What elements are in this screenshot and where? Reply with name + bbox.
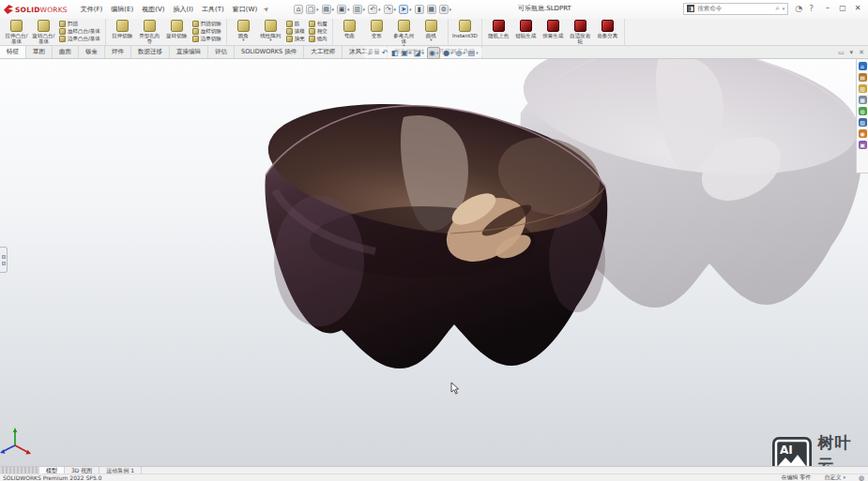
solidworks-resources-icon[interactable]: ⌂ [859,62,867,70]
appearances-scenes-icon[interactable]: ◍ [859,107,867,115]
ribbon-small-button[interactable]: 放样凸台/基体 [59,28,100,35]
ribbon-button[interactable]: 变形 [364,20,389,38]
ribbon-small-button[interactable]: 抽壳 [286,36,305,42]
tab-特征[interactable]: 特征 [0,46,26,58]
search-input[interactable] [697,5,772,12]
apply-scene-button[interactable]: ◍▾ [455,48,464,58]
updates-icon[interactable]: ▣ [859,141,867,149]
file-properties-button[interactable]: ▦ [427,5,436,14]
menu-item-2[interactable]: 视图(V) [142,5,164,14]
ribbon-button[interactable]: 参考几何体▾ [391,20,417,48]
ribbon-button[interactable]: 曲线▾ [419,20,444,42]
undo-button[interactable]: ↶▾ [368,5,381,14]
ribbon-small-button[interactable]: 扫描 [59,21,100,27]
tab-直接编辑[interactable]: 直接编辑 [170,46,208,58]
ribbon-small-button[interactable]: 相交 [309,28,327,35]
model-tab-3D 视图[interactable]: 3D 视图 [65,467,99,473]
view-orientation-dropdown-icon[interactable]: ▾ [409,51,411,55]
close-icon[interactable]: ✕ [859,47,864,58]
tab-大工程师[interactable]: 大工程师 [304,46,343,58]
welcome-button[interactable]: ⌂ [294,5,303,14]
rebuild-button[interactable]: ▮ [415,5,424,14]
tab-焊件[interactable]: 焊件 [105,46,131,58]
save-dropdown-icon[interactable]: ▾ [347,7,350,12]
hide-show-items-dropdown-icon[interactable]: ▾ [436,51,438,55]
minimize-button[interactable]: – [820,2,835,15]
close-button[interactable]: ✕ [850,2,865,15]
redo-button[interactable]: ↷▾ [384,5,397,14]
pin-icon[interactable]: ▾ [850,47,854,58]
tab-splitter-handle[interactable] [0,467,39,473]
ribbon-button[interactable]: 旋转切除 [164,20,190,38]
login-icon[interactable]: ◔ [795,4,802,13]
ribbon-small-button[interactable]: 边界凸台/基体 [59,36,100,42]
search-dropdown-icon[interactable]: ▾ [783,6,785,11]
search-icon[interactable]: ⌕ [775,4,779,13]
view-palette-icon[interactable]: ▦ [859,96,867,104]
tab-草图[interactable]: 草图 [26,46,53,58]
view-orientation-button[interactable]: ▣▾ [401,48,411,58]
featuremanager-collapsed-tab[interactable] [0,247,8,273]
status-custom-dropdown[interactable]: 自定义▾ [824,473,845,481]
ribbon-small-button[interactable]: 放样切除 [192,28,221,35]
ribbon-small-button[interactable]: 拔模 [286,28,305,35]
menu-item-0[interactable]: 文件(F) [81,5,103,14]
ribbon-button[interactable]: 齿条分离 [595,20,620,38]
ribbon-button[interactable]: 链轮生成 [513,20,539,38]
ribbon-button[interactable]: 随机上色 [486,20,511,38]
display-style-dropdown-icon[interactable]: ▾ [422,51,424,55]
print-dropdown-icon[interactable]: ▾ [363,7,366,12]
maximize-button[interactable]: ▢ [835,2,850,15]
edit-appearance-button[interactable]: ●▾ [443,48,452,58]
ribbon-button[interactable]: 旋转凸台/基体 [31,20,56,44]
save-button[interactable]: ▣▾ [337,5,350,14]
ribbon-button[interactable]: Instant3D [452,20,478,38]
menu-item-4[interactable]: 工具(T) [202,5,224,14]
model-tab-运动算例 1[interactable]: 运动算例 1 [99,467,142,473]
ribbon-button[interactable]: 弯曲 [337,20,362,38]
tab-评估[interactable]: 评估 [208,46,235,58]
view-settings-dropdown-icon[interactable]: ▾ [476,51,478,55]
section-view-button[interactable]: ◧ [391,48,399,58]
ribbon-small-button[interactable]: 镜向 [309,36,327,42]
menu-item-5[interactable]: 窗口(W) [233,5,257,14]
command-search[interactable]: ◨ ⌕ ▾ [683,3,788,15]
ribbon-button[interactable]: 弹簧生成 [541,20,566,38]
redo-dropdown-icon[interactable]: ▾ [394,7,397,12]
tab-SOLIDWORKS 插件[interactable]: SOLIDWORKS 插件 [235,46,304,58]
ribbon-button[interactable]: 线性阵列▾ [258,20,283,42]
new-dropdown-icon[interactable]: ▾ [316,7,319,12]
dropdown-icon[interactable]: ▾ [231,38,256,42]
ribbon-button[interactable]: 拉伸凸台/基体 [4,20,29,44]
menu-item-3[interactable]: 插入(I) [173,5,193,14]
mbd-globe-icon[interactable]: ◍ [859,474,864,481]
print-button[interactable]: ▥▾ [353,5,366,14]
file-explorer-icon[interactable]: ▥ [859,84,867,93]
dropdown-icon[interactable]: ▾ [258,38,283,42]
edit-appearance-dropdown-icon[interactable]: ▾ [450,51,452,55]
display-style-button[interactable]: ◪▾ [414,48,424,58]
solidworks-forum-icon[interactable]: ◉ [859,129,867,138]
open-dropdown-icon[interactable]: ▾ [332,7,335,12]
ribbon-button[interactable]: 拉伸切除 [110,20,135,38]
menu-item-1[interactable]: 编辑(E) [111,5,133,14]
pin-menu-icon[interactable]: ➤ [262,5,271,14]
help-icon[interactable]: ? [809,4,814,13]
search-scope-icon[interactable]: ◨ [687,5,694,12]
zoom-area-button[interactable]: ⌗ [374,48,379,58]
options-button[interactable]: ⚙▾ [439,5,452,14]
select-button[interactable]: ➤▾ [399,5,412,14]
tab-曲面[interactable]: 曲面 [53,46,79,58]
ribbon-small-button[interactable]: 扫描切除 [192,21,221,27]
tab-钣金[interactable]: 钣金 [79,46,105,58]
open-button[interactable]: ▤▾ [322,5,335,14]
tab-数据迁移[interactable]: 数据迁移 [131,46,170,58]
ribbon-small-button[interactable]: 边界切除 [192,36,221,42]
ribbon-button[interactable]: 圆角▾ [231,20,256,42]
previous-view-button[interactable]: ↶ [382,48,388,58]
ribbon-small-button[interactable]: 筋 [286,21,305,27]
ribbon-small-button[interactable]: 包覆 [309,21,327,27]
model-tab-模型[interactable]: 模型 [39,467,65,473]
custom-properties-icon[interactable]: ▧ [859,118,867,127]
graphics-area[interactable]: ⌂▤▥▦◍▧◉▣ AI 树叶云 [0,59,868,466]
